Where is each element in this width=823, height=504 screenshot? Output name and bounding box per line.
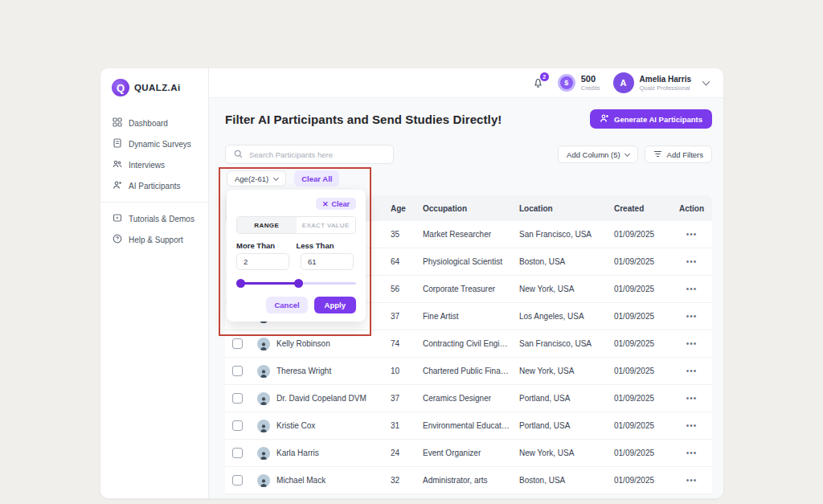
participant-occupation: Market Researcher (418, 230, 514, 239)
row-checkbox[interactable] (232, 475, 243, 486)
user-role: Qualz Professional (640, 84, 691, 92)
row-actions-button[interactable]: ••• (671, 449, 712, 457)
app-window: Q QUALZ.Ai Dashboard Dynamic Surveys Int… (100, 68, 723, 498)
participant-age: 35 (386, 230, 418, 239)
table-row: Kelly Robinson 74 Contracting Civil Engi… (225, 330, 712, 358)
user-menu[interactable]: A Amelia Harris Qualz Professional (613, 72, 709, 93)
table-row: Theresa Wright 10 Chartered Public Finan… (225, 358, 712, 385)
sidebar-item-tutorials-demos[interactable]: Tutorials & Demos (100, 208, 208, 229)
row-checkbox[interactable] (232, 366, 243, 376)
column-header-occupation: Occupation (418, 204, 514, 213)
participant-occupation: Corporate Treasurer (418, 285, 514, 293)
add-filters-button[interactable]: Add Filters (645, 145, 712, 163)
row-checkbox[interactable] (232, 448, 243, 458)
more-than-input[interactable] (236, 253, 289, 270)
sidebar-nav: Dashboard Dynamic Surveys Interviews AI … (100, 113, 208, 250)
sidebar-item-dashboard[interactable]: Dashboard (100, 113, 208, 133)
participant-created: 01/09/2025 (609, 367, 671, 375)
participant-location: Boston, USA (514, 257, 609, 266)
participant-location: San Francisco, USA (514, 230, 609, 239)
credits-label: Credits (581, 84, 600, 92)
participant-location: Boston, USA (514, 476, 609, 485)
participant-created: 01/09/2025 (609, 339, 671, 348)
tutorial-play-icon (113, 213, 122, 224)
sidebar-item-label: AI Participants (129, 182, 180, 191)
main-area: 2 $ 500 Credits A Amelia Harris Qualz Pr… (209, 68, 723, 498)
row-actions-button[interactable]: ••• (671, 257, 712, 266)
active-filter-row: Age(2-61) Clear All (227, 170, 339, 186)
sidebar-item-dynamic-surveys[interactable]: Dynamic Surveys (100, 133, 208, 154)
participant-created: 01/09/2025 (609, 285, 671, 293)
row-actions-button[interactable]: ••• (671, 421, 712, 430)
row-checkbox[interactable] (232, 393, 243, 404)
tab-exact-value[interactable]: EXACT VALUE (297, 217, 356, 233)
participant-occupation: Physiological Scientist (418, 257, 514, 266)
row-actions-button[interactable]: ••• (671, 312, 712, 321)
more-than-label: More Than (236, 241, 297, 250)
participant-created: 01/09/2025 (609, 312, 671, 321)
search-icon (234, 147, 243, 162)
person-plus-icon (600, 113, 609, 125)
participant-occupation: Chartered Public Finance... (418, 367, 514, 375)
close-icon: ✕ (322, 200, 329, 208)
credits-widget[interactable]: $ 500 Credits (558, 74, 600, 92)
participant-location: New York, USA (514, 367, 609, 375)
person-plus-icon (113, 180, 122, 191)
sidebar-item-help-support[interactable]: Help & Support (100, 229, 208, 250)
notification-badge: 2 (540, 72, 549, 81)
participant-occupation: Fine Artist (418, 312, 514, 321)
column-header-created: Created (609, 204, 671, 213)
participant-avatar-icon (257, 447, 270, 460)
chevron-down-icon (624, 150, 630, 156)
participant-avatar-icon (257, 392, 270, 405)
participant-age: 10 (386, 367, 418, 375)
slider-handle-min[interactable] (236, 279, 245, 288)
participant-location: Portland, USA (514, 421, 609, 430)
notifications-button[interactable]: 2 (532, 76, 545, 89)
add-column-button[interactable]: Add Column (5) (558, 145, 638, 163)
brand-logo: Q QUALZ.Ai (100, 76, 208, 99)
less-than-input[interactable] (301, 253, 354, 270)
row-actions-button[interactable]: ••• (671, 339, 712, 348)
apply-button[interactable]: Apply (314, 297, 356, 313)
participant-name: Kristie Cox (276, 421, 315, 430)
sidebar-item-label: Help & Support (129, 236, 183, 244)
column-header-location: Location (514, 204, 609, 213)
brand-logo-icon: Q (112, 79, 129, 96)
age-filter-chip[interactable]: Age(2-61) (227, 170, 286, 186)
slider-fill (239, 282, 297, 285)
participant-created: 01/09/2025 (609, 421, 671, 430)
sidebar-item-ai-participants[interactable]: AI Participants (100, 175, 208, 196)
page-title: Filter AI Participants and Send Studies … (225, 113, 502, 126)
participant-age: 31 (386, 421, 418, 430)
dollar-icon: $ (560, 76, 573, 89)
participant-age: 37 (386, 394, 418, 403)
tab-range[interactable]: RANGE (237, 217, 297, 233)
participant-name: Dr. David Copeland DVM (276, 394, 366, 403)
participant-occupation: Environmental Education ... (418, 421, 514, 430)
sidebar-item-interviews[interactable]: Interviews (100, 154, 208, 175)
generate-ai-participants-button[interactable]: Generate AI Participants (590, 109, 712, 129)
row-actions-button[interactable]: ••• (671, 285, 712, 293)
search-input[interactable] (249, 150, 385, 159)
brand-name: QUALZ.Ai (134, 83, 181, 92)
clear-filter-button[interactable]: ✕ Clear (316, 198, 356, 210)
row-actions-button[interactable]: ••• (671, 367, 712, 375)
row-actions-button[interactable]: ••• (671, 476, 712, 485)
participant-age: 37 (386, 312, 418, 321)
age-filter-popup: ✕ Clear RANGE EXACT VALUE More Than Less… (227, 190, 366, 322)
cancel-button[interactable]: Cancel (266, 297, 307, 313)
dashboard-icon (113, 117, 122, 129)
row-checkbox[interactable] (232, 338, 243, 349)
slider-handle-max[interactable] (294, 279, 303, 288)
row-actions-button[interactable]: ••• (671, 394, 712, 403)
row-actions-button[interactable]: ••• (671, 230, 712, 239)
participant-name: Michael Mack (276, 476, 326, 485)
row-checkbox[interactable] (232, 420, 243, 431)
participant-occupation: Contracting Civil Engineer (418, 339, 514, 348)
credits-value: 500 (581, 74, 600, 84)
participant-age: 74 (386, 339, 418, 348)
clear-all-button[interactable]: Clear All (294, 170, 339, 186)
filter-icon (653, 150, 662, 159)
document-icon (113, 138, 122, 150)
